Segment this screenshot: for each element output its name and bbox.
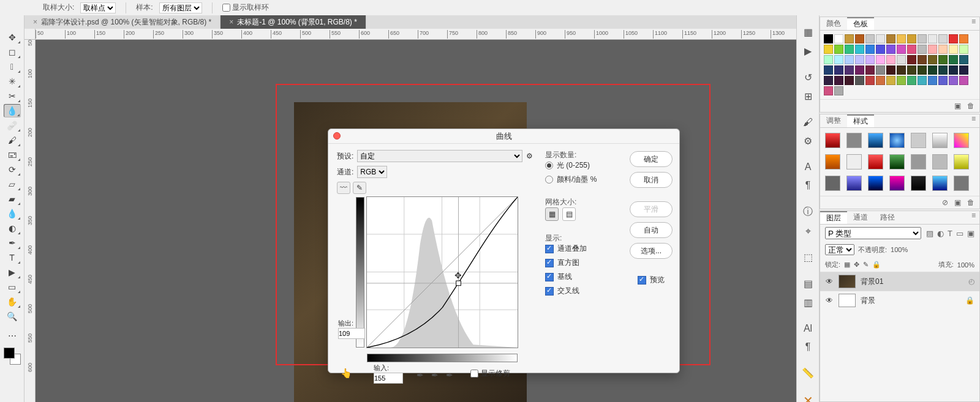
history-icon[interactable]: ↺ xyxy=(804,72,812,83)
swatch[interactable] xyxy=(897,76,906,85)
swatch[interactable] xyxy=(959,45,968,54)
swatch[interactable] xyxy=(865,34,875,43)
tab-color[interactable]: 颜色 xyxy=(820,17,847,30)
opacity-value[interactable]: 100% xyxy=(891,246,908,253)
filter-smart-icon[interactable]: ▣ xyxy=(967,229,974,238)
fill-value[interactable]: 100% xyxy=(957,261,974,269)
swatch[interactable] xyxy=(845,65,854,75)
sample-select[interactable]: 所有图层 xyxy=(159,2,202,13)
swatch[interactable] xyxy=(907,55,916,64)
style-thumb[interactable] xyxy=(825,176,840,191)
cube-icon[interactable]: ⬚ xyxy=(804,251,813,263)
rectangle-tool[interactable]: ▭ xyxy=(4,280,21,294)
character-styles-icon[interactable]: Al xyxy=(804,323,812,334)
brush-icon[interactable]: 🖌 xyxy=(803,117,813,128)
show-ring-checkbox[interactable]: 显示取样环 xyxy=(222,2,269,13)
hand-tool[interactable]: ✋ xyxy=(4,295,21,308)
eraser-tool[interactable]: ▱ xyxy=(4,177,21,191)
layer-comps-icon[interactable]: ▤ xyxy=(804,278,813,289)
style-thumb[interactable] xyxy=(825,133,840,148)
swatch[interactable] xyxy=(886,45,895,54)
swatch[interactable] xyxy=(959,34,968,43)
style-thumb[interactable] xyxy=(932,133,948,148)
layer-filter-select[interactable]: P 类型 xyxy=(825,227,921,239)
swatch[interactable] xyxy=(834,45,843,54)
swatch[interactable] xyxy=(928,45,937,54)
zoom-tool[interactable]: 🔍 xyxy=(4,310,21,323)
properties-icon[interactable]: ⊞ xyxy=(804,91,812,102)
preset-select[interactable]: 自定 xyxy=(357,150,522,162)
ok-button[interactable]: 确定 xyxy=(630,151,673,167)
swatch[interactable] xyxy=(834,65,843,75)
curve-point-tool[interactable]: 〰 xyxy=(337,182,350,194)
style-thumb[interactable] xyxy=(889,154,905,169)
smooth-button[interactable]: 平滑 xyxy=(630,201,673,217)
swatch[interactable] xyxy=(918,55,927,64)
panel-menu-icon[interactable]: ≡ xyxy=(968,114,979,127)
tab-swatches[interactable]: 色板 xyxy=(847,17,874,30)
document-tab-1[interactable]: ×未标题-1 @ 100% (背景01, RGB/8) * xyxy=(221,15,366,29)
trash-icon[interactable]: 🗑 xyxy=(967,198,974,207)
swatch[interactable] xyxy=(907,76,916,85)
history-brush-tool[interactable]: ⟳ xyxy=(4,163,21,176)
filter-pixel-icon[interactable]: ▨ xyxy=(926,229,933,238)
swatch[interactable] xyxy=(824,76,833,85)
swatch[interactable] xyxy=(938,76,948,85)
lock-pixels-icon[interactable]: ✎ xyxy=(863,261,869,269)
auto-button[interactable]: 自动 xyxy=(630,222,673,238)
magic-wand-tool[interactable]: ✳ xyxy=(4,75,21,88)
crop-tool[interactable]: ✂ xyxy=(4,89,21,103)
swatch[interactable] xyxy=(865,45,875,54)
swatch[interactable] xyxy=(959,65,968,75)
swatch[interactable] xyxy=(949,65,958,75)
notes-icon[interactable]: ▥ xyxy=(804,297,813,308)
new-swatch-icon[interactable]: ▣ xyxy=(954,102,961,110)
healing-tool[interactable]: 🩹 xyxy=(4,119,21,132)
swatch[interactable] xyxy=(897,55,906,64)
swatch[interactable] xyxy=(928,34,937,43)
swatch[interactable] xyxy=(938,34,948,43)
document-tab-0[interactable]: ×霜降字体设计.psd @ 100% (矢量智能对象, RGB/8) * xyxy=(24,15,221,29)
swatch[interactable] xyxy=(897,65,906,75)
curve-draw-tool[interactable]: ✎ xyxy=(353,182,366,194)
swatch[interactable] xyxy=(918,65,927,75)
close-icon[interactable]: × xyxy=(33,18,37,26)
grid-small-icon[interactable]: ▦ xyxy=(545,207,559,221)
input-value[interactable] xyxy=(374,373,403,384)
blur-tool[interactable]: 💧 xyxy=(4,207,21,220)
swatch[interactable] xyxy=(855,55,864,64)
swatch[interactable] xyxy=(907,34,916,43)
dialog-titlebar[interactable]: 曲线 xyxy=(328,129,679,144)
lock-icon[interactable]: 🔒 xyxy=(872,261,881,269)
color-chips[interactable] xyxy=(4,348,21,365)
info-icon[interactable]: ⓘ xyxy=(803,206,813,218)
eyedropper-black-icon[interactable]: ✒ xyxy=(417,370,424,380)
swatch[interactable] xyxy=(876,55,885,64)
swatch[interactable] xyxy=(949,34,958,43)
lock-position-icon[interactable]: ✥ xyxy=(854,261,859,269)
swatch[interactable] xyxy=(845,45,854,54)
swatch[interactable] xyxy=(897,45,906,54)
foreground-color-chip[interactable] xyxy=(4,348,15,359)
output-value[interactable] xyxy=(338,328,365,339)
style-thumb[interactable] xyxy=(868,176,883,191)
eyedropper-tool[interactable]: 💧 xyxy=(4,104,21,117)
swatch[interactable] xyxy=(824,55,833,64)
style-thumb[interactable] xyxy=(954,133,969,148)
swatch[interactable] xyxy=(938,55,948,64)
style-thumb[interactable] xyxy=(846,154,862,169)
swatch[interactable] xyxy=(876,45,885,54)
style-thumb[interactable] xyxy=(868,154,883,169)
swatch[interactable] xyxy=(834,86,843,95)
swatch[interactable] xyxy=(865,76,875,85)
blend-mode-select[interactable]: 正常 xyxy=(825,244,854,255)
lasso-tool[interactable]: 𓍯 xyxy=(4,60,21,73)
swatch[interactable] xyxy=(897,34,906,43)
cancel-button[interactable]: 取消 xyxy=(630,172,673,188)
style-thumb[interactable] xyxy=(954,154,969,169)
clear-style-icon[interactable]: ⊘ xyxy=(942,198,948,207)
stamp-tool[interactable]: 🖃 xyxy=(4,148,21,162)
swatch[interactable] xyxy=(855,34,864,43)
style-thumb[interactable] xyxy=(889,133,905,148)
swatch[interactable] xyxy=(918,76,927,85)
